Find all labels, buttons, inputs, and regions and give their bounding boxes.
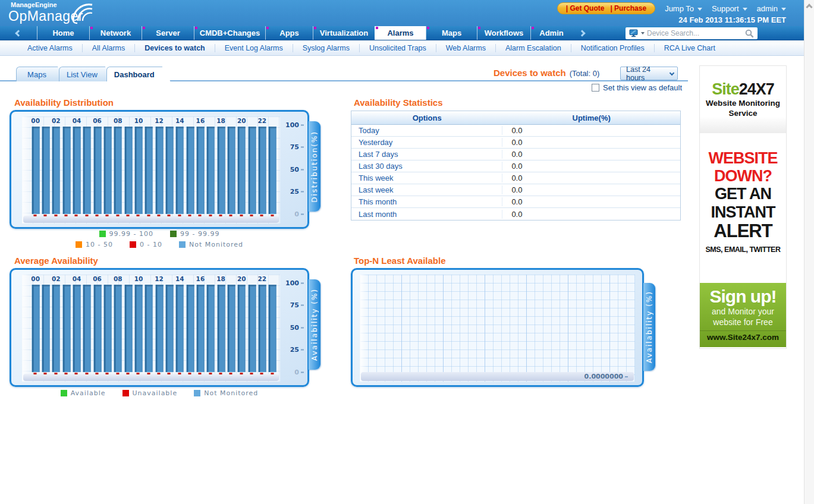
device-type-icon[interactable]: [629, 29, 639, 37]
bar[interactable]: 18: [216, 275, 226, 382]
bar[interactable]: 08: [113, 275, 123, 382]
legend-item-unavailable[interactable]: Unavailable: [122, 389, 178, 397]
chevron-down-icon[interactable]: [641, 32, 645, 34]
bar[interactable]: 00: [30, 116, 40, 223]
support-menu[interactable]: Support: [712, 4, 747, 13]
nav-item-cmdb-changes[interactable]: CMDB+Changes: [194, 26, 265, 40]
set-default-label[interactable]: Set this view as default: [603, 83, 682, 92]
stats-option-link[interactable]: Today: [351, 126, 502, 135]
bar[interactable]: [102, 275, 112, 382]
bar[interactable]: [247, 275, 257, 382]
bar[interactable]: 16: [195, 275, 205, 382]
bar[interactable]: 10: [133, 275, 143, 382]
bar[interactable]: 20: [237, 275, 247, 382]
nav-item-network[interactable]: Network: [89, 26, 142, 40]
bar[interactable]: [268, 275, 278, 382]
legend-item-10-50[interactable]: 10 - 50: [76, 241, 113, 248]
set-default-checkbox[interactable]: [592, 84, 599, 92]
bar[interactable]: 08: [113, 116, 123, 223]
bar[interactable]: [40, 275, 51, 382]
stats-option-link[interactable]: Last month: [351, 210, 502, 219]
stats-option-link[interactable]: Yesterday: [351, 138, 502, 147]
bar[interactable]: [247, 116, 257, 223]
bar[interactable]: 04: [71, 275, 81, 382]
subnav-item-active-alarms[interactable]: Active Alarms: [18, 44, 82, 52]
bar[interactable]: 14: [175, 275, 185, 382]
tab-maps[interactable]: Maps: [16, 67, 66, 81]
bar[interactable]: 04: [71, 116, 81, 223]
bar[interactable]: 10: [133, 116, 143, 223]
subnav-item-unsolicited-traps[interactable]: Unsolicited Traps: [359, 44, 436, 52]
subnav-item-web-alarms[interactable]: Web Alarms: [436, 44, 495, 52]
period-select[interactable]: Last 24 hours: [620, 67, 678, 80]
bar[interactable]: 20: [237, 116, 247, 223]
bar[interactable]: [185, 275, 195, 382]
stats-option-link[interactable]: This week: [351, 174, 502, 182]
nav-item-maps[interactable]: Maps: [426, 26, 477, 40]
stats-option-link[interactable]: Last week: [351, 185, 502, 194]
nav-scroll-right-button[interactable]: [572, 26, 592, 40]
nav-item-alarms[interactable]: Alarms: [375, 26, 426, 40]
bar[interactable]: [61, 116, 71, 223]
ad-url[interactable]: www.Site24x7.com: [700, 330, 786, 342]
nav-item-server[interactable]: Server: [142, 26, 194, 40]
bar[interactable]: 14: [175, 116, 185, 223]
subnav-item-alarm-escalation[interactable]: Alarm Escalation: [495, 44, 571, 52]
stats-option-link[interactable]: Last 7 days: [351, 150, 502, 159]
opmanager-logo[interactable]: ManageEngine OpManager: [8, 1, 83, 24]
bar[interactable]: [102, 116, 112, 223]
bar[interactable]: 22: [257, 116, 267, 223]
legend-item-99-99-100[interactable]: 99.99 - 100: [99, 230, 153, 238]
bar[interactable]: [226, 275, 236, 382]
purchase-button[interactable]: | Purchase: [610, 4, 646, 12]
nav-item-apps[interactable]: Apps: [265, 26, 313, 40]
bar[interactable]: [185, 116, 195, 223]
nav-item-workflows[interactable]: Workflows: [477, 26, 530, 40]
get-quote-button[interactable]: | Get Quote: [566, 4, 605, 12]
bar[interactable]: [268, 116, 278, 223]
bar[interactable]: 16: [195, 116, 205, 223]
bar[interactable]: 02: [51, 275, 61, 382]
bar[interactable]: [206, 275, 216, 382]
scroll-up-icon[interactable]: [806, 4, 812, 10]
nav-item-virtualization[interactable]: Virtualization: [313, 26, 375, 40]
bar[interactable]: [123, 116, 133, 223]
subnav-item-event-log-alarms[interactable]: Event Log Alarms: [215, 44, 293, 52]
bar[interactable]: [40, 116, 51, 223]
bar[interactable]: 22: [257, 275, 267, 382]
bar[interactable]: [144, 275, 154, 382]
tab-list-view[interactable]: List View: [59, 67, 114, 81]
bar[interactable]: 18: [216, 116, 226, 223]
nav-item-home[interactable]: Home: [37, 26, 89, 40]
bar[interactable]: [206, 116, 216, 223]
bar[interactable]: [61, 275, 71, 382]
admin-user-menu[interactable]: admin: [757, 4, 786, 13]
subnav-item-notification-profiles[interactable]: Notification Profiles: [571, 44, 654, 52]
bar[interactable]: 06: [92, 275, 102, 382]
jump-to-menu[interactable]: Jump To: [665, 4, 702, 13]
stats-option-link[interactable]: This month: [351, 197, 502, 206]
subnav-item-syslog-alarms[interactable]: Syslog Alarms: [293, 44, 359, 52]
bar[interactable]: 02: [51, 116, 61, 223]
nav-scroll-left-button[interactable]: [0, 26, 37, 40]
tab-dashboard[interactable]: Dashboard: [106, 67, 171, 81]
search-icon[interactable]: [745, 29, 754, 38]
bar[interactable]: [123, 275, 133, 382]
bar[interactable]: [144, 116, 154, 223]
legend-item-not-monitored[interactable]: Not Monitored: [194, 389, 258, 397]
vertical-scrollbar[interactable]: [804, 0, 814, 504]
ad-signup-button[interactable]: Sign up!: [700, 286, 786, 307]
stats-option-link[interactable]: Last 30 days: [351, 162, 502, 171]
site24x7-ad-banner[interactable]: Site24X7 Website Monitoring Service WEBS…: [699, 65, 787, 349]
legend-item-not-monitored[interactable]: Not Monitored: [179, 241, 243, 248]
legend-item-available[interactable]: Available: [61, 389, 106, 397]
bar[interactable]: 12: [154, 116, 164, 223]
legend-item-0-10[interactable]: 0 - 10: [130, 241, 162, 248]
bar[interactable]: [164, 275, 174, 382]
bar[interactable]: 06: [92, 116, 102, 223]
subnav-item-all-alarms[interactable]: All Alarms: [82, 44, 135, 52]
bar[interactable]: [164, 116, 174, 223]
nav-item-admin[interactable]: Admin: [530, 26, 572, 40]
bar[interactable]: [226, 116, 236, 223]
subnav-item-rca-live-chart[interactable]: RCA Live Chart: [654, 44, 725, 52]
